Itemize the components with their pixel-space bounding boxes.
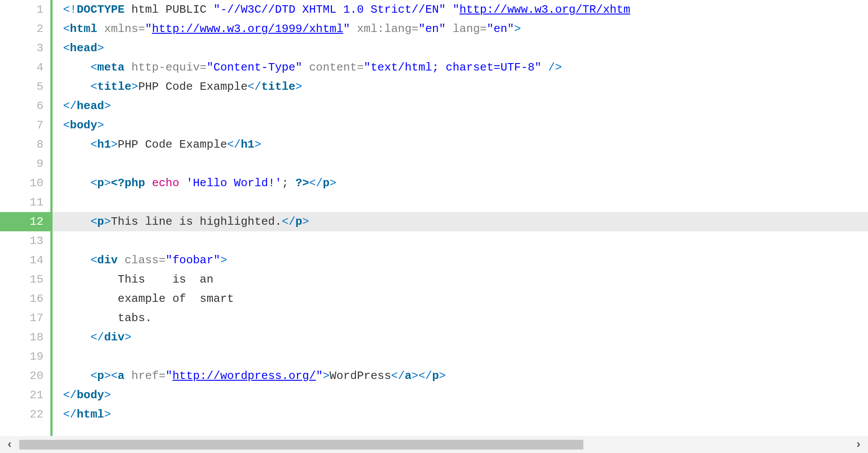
token-attr: xml:lang [357,22,412,35]
token-str: " [316,369,323,382]
token-brkt: > [131,80,138,93]
line-number: 21 [0,386,50,405]
code-line[interactable]: <!DOCTYPE html PUBLIC "-//W3C//DTD XHTML… [53,0,868,19]
token-brkt: > [104,177,111,190]
token-brkt: </ [63,99,77,113]
token-tag: p [97,369,104,382]
token-attr: = [138,22,145,35]
token-tag: body [77,389,104,402]
token-brkt: </ [309,177,323,190]
code-line[interactable]: example of smart [53,289,868,308]
token-attr: = [480,22,487,35]
line-number: 11 [0,193,50,212]
code-line[interactable]: </div> [53,328,868,347]
token-php-open: ?> [296,177,309,190]
token-brkt: > [104,369,111,382]
token-tag: h1 [241,138,254,151]
code-line[interactable]: <h1>PHP Code Example</h1> [53,135,868,154]
scroll-track[interactable] [19,440,849,449]
token-txt [179,177,186,190]
token-attr: = [412,22,419,35]
line-number: 10 [0,173,50,193]
token-attr: = [159,369,166,382]
code-line[interactable]: <meta http-equiv="Content-Type" content=… [53,58,868,77]
line-number: 1 [0,0,50,19]
token-attr: = [200,61,207,74]
code-line[interactable]: </html> [53,405,868,424]
token-brkt: < [90,177,97,190]
gutter: 12345678910111213141516171819202122 [0,0,53,436]
token-brkt: > [439,369,446,382]
token-brkt: </ [418,369,432,382]
token-txt: This line is highlighted. [111,215,282,228]
code-line[interactable]: <html xmlns="http://www.w3.org/1999/xhtm… [53,19,868,39]
token-attr: href [131,369,159,382]
token-txt: tabs. [63,311,152,325]
code-line[interactable] [53,193,868,212]
token-brkt: < [111,369,118,382]
token-tag: html [70,22,97,35]
token-str: "en" [418,22,445,35]
code-line[interactable]: <title>PHP Code Example</title> [53,77,868,96]
token-brkt: </ [227,138,241,151]
code-editor: 12345678910111213141516171819202122 <!DO… [0,0,868,436]
token-str: "en" [487,22,514,35]
token-brkt: </ [282,215,295,228]
token-brkt: < [90,80,97,93]
horizontal-scrollbar[interactable]: ‹ › [0,436,868,453]
token-attr: xmlns [104,22,138,35]
token-brkt: </ [63,389,77,402]
code-line[interactable] [53,154,868,173]
line-number: 22 [0,405,50,424]
code-line[interactable]: </body> [53,386,868,405]
token-str: "foobar" [166,254,220,267]
token-txt [541,61,548,74]
token-tag: p [296,215,303,228]
line-number: 2 [0,19,50,39]
scroll-right-arrow-icon[interactable]: › [849,436,868,453]
line-number: 3 [0,39,50,58]
token-brkt: > [104,99,111,113]
scroll-thumb[interactable] [19,440,583,449]
token-brkt: > [97,119,104,132]
token-txt: html PUBLIC [124,3,213,16]
token-brkt: > [302,215,309,228]
code-line[interactable] [53,347,868,366]
token-tag: p [97,215,104,228]
code-line[interactable]: This is an [53,270,868,289]
token-tag: a [118,369,125,382]
code-line[interactable]: tabs. [53,308,868,328]
code-line[interactable]: <p><a href="http://wordpress.org/">WordP… [53,366,868,386]
token-tag: p [97,177,104,190]
code-line[interactable]: </head> [53,96,868,116]
token-str: 'Hello World!' [186,177,282,190]
line-number: 16 [0,289,50,308]
token-txt: example of smart [63,292,234,305]
code-line[interactable]: <head> [53,39,868,58]
token-url: http://www.w3.org/1999/xhtml [152,22,343,35]
token-txt: This is an [63,273,213,286]
token-tag: a [405,369,412,382]
token-tag: div [97,254,118,267]
token-tag: p [432,369,439,382]
scroll-left-arrow-icon[interactable]: ‹ [0,436,19,453]
token-brkt: > [412,369,419,382]
token-brkt: > [111,138,118,151]
code-line[interactable]: <p>This line is highlighted.</p> [53,212,868,231]
token-str: " [452,3,459,16]
code-line[interactable]: <body> [53,116,868,135]
token-str: "Content-Type" [207,61,302,74]
token-tag: head [77,99,104,113]
token-brkt: < [63,22,70,35]
token-attr: = [159,254,166,267]
token-txt: WordPress [330,369,391,382]
code-line[interactable]: <div class="foobar"> [53,251,868,270]
code-area[interactable]: <!DOCTYPE html PUBLIC "-//W3C//DTD XHTML… [53,0,868,436]
code-line[interactable]: <p><?php echo 'Hello World!'; ?></p> [53,173,868,193]
token-brkt: > [104,389,111,402]
token-brkt: > [97,42,104,55]
token-brkt: </ [90,331,104,344]
token-brkt: > [254,138,261,151]
line-number: 7 [0,116,50,135]
code-line[interactable] [53,231,868,251]
